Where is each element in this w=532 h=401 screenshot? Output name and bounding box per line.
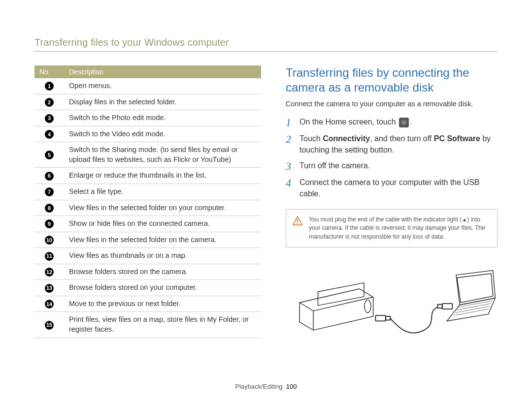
number-badge: 13: [45, 284, 54, 293]
number-badge: 8: [45, 204, 54, 213]
step-1-text-b: .: [410, 118, 412, 126]
page-footer: Playback/Editing 100: [0, 383, 532, 390]
warning-box: You must plug the end of the cable with …: [286, 209, 498, 247]
page-title: Transferring files to your Windows compu…: [34, 37, 498, 48]
table-row: 6Enlarge or reduce the thumbnails in the…: [34, 168, 261, 184]
row-number-cell: 3: [34, 110, 64, 126]
row-number-cell: 11: [34, 248, 64, 264]
th-no: No.: [34, 65, 64, 78]
number-badge: 7: [45, 187, 54, 196]
number-badge: 9: [45, 219, 54, 228]
number-badge: 11: [45, 252, 54, 261]
table-row: 13Browse folders stored on your computer…: [34, 280, 261, 296]
table-row: 1Open menus.: [34, 78, 261, 94]
row-description: Show or hide files on the connected came…: [64, 216, 261, 232]
row-description: Switch to the Photo edit mode.: [64, 110, 261, 126]
section-intro: Connect the camera to your computer as a…: [286, 100, 498, 108]
number-badge: 1: [45, 82, 54, 91]
row-number-cell: 5: [34, 142, 64, 168]
step-2-bold-1: Connectivity: [323, 134, 370, 143]
title-rule: [34, 51, 498, 52]
svg-line-19: [455, 307, 490, 313]
svg-rect-12: [318, 283, 364, 306]
number-badge: 5: [45, 151, 54, 159]
row-number-cell: 6: [34, 168, 64, 184]
row-number-cell: 12: [34, 264, 64, 280]
warning-icon: [292, 216, 303, 226]
row-description: Switch to the Video edit mode.: [64, 126, 261, 142]
row-description: View files in the selected folder on the…: [64, 232, 261, 248]
number-badge: 14: [45, 300, 54, 308]
row-description: Browse folders stored on your computer.: [64, 280, 261, 296]
svg-line-5: [402, 121, 403, 122]
row-number-cell: 4: [34, 126, 64, 142]
number-badge: 4: [45, 130, 54, 139]
table-row: 7Select a file type.: [34, 184, 261, 200]
table-row: 8View files in the selected folder on yo…: [34, 200, 261, 216]
step-4-text: Connect the camera to your computer with…: [299, 177, 498, 199]
number-badge: 12: [45, 268, 54, 277]
table-row: 5Switch to the Sharing mode. (to send fi…: [34, 142, 261, 168]
row-description: Browse folders stored on the camera.: [64, 264, 261, 280]
step-3-text: Turn off the camera.: [299, 160, 370, 172]
row-description: View files in the selected folder on you…: [64, 200, 261, 216]
number-badge: 10: [45, 236, 54, 245]
row-number-cell: 1: [34, 78, 64, 94]
row-number-cell: 14: [34, 296, 64, 312]
steps-list: On the Home screen, touch . Touch Connec…: [286, 117, 498, 199]
th-desc: Description: [64, 65, 261, 78]
row-description: Enlarge or reduce the thumbnails in the …: [64, 168, 261, 184]
connection-illustration: [286, 258, 498, 347]
row-number-cell: 15: [34, 312, 64, 338]
row-number-cell: 9: [34, 216, 64, 232]
section-heading: Transferring files by connecting the cam…: [286, 65, 498, 95]
indicator-triangle-icon: ▲: [462, 216, 467, 224]
svg-line-6: [405, 123, 406, 124]
svg-line-18: [454, 309, 488, 315]
table-row: 9Show or hide files on the connected cam…: [34, 216, 261, 232]
row-number-cell: 7: [34, 184, 64, 200]
step-1-text-a: On the Home screen, touch: [299, 118, 398, 126]
table-row: 3Switch to the Photo edit mode.: [34, 110, 261, 126]
svg-line-7: [402, 123, 403, 124]
description-table: No. Description 1Open menus.2Display fil…: [34, 65, 261, 338]
svg-point-0: [403, 122, 405, 123]
table-row: 15Print files, view files on a map, stor…: [34, 312, 261, 338]
svg-rect-16: [437, 305, 442, 308]
table-row: 4Switch to the Video edit mode.: [34, 126, 261, 142]
table-row: 2Display files in the selected folder.: [34, 94, 261, 110]
svg-rect-14: [375, 315, 386, 321]
row-number-cell: 10: [34, 232, 64, 248]
footer-page-number: 100: [286, 383, 297, 390]
number-badge: 3: [45, 114, 54, 123]
row-description: Select a file type.: [64, 184, 261, 200]
row-description: Switch to the Sharing mode. (to send fil…: [64, 142, 261, 168]
row-description: Print files, view files on a map, store …: [64, 312, 261, 338]
step-3: Turn off the camera.: [286, 160, 498, 172]
table-row: 14Move to the previous or next folder.: [34, 296, 261, 312]
step-4: Connect the camera to your computer with…: [286, 177, 498, 199]
table-row: 12Browse folders stored on the camera.: [34, 264, 261, 280]
step-1: On the Home screen, touch .: [286, 117, 498, 128]
row-description: Open menus.: [64, 78, 261, 94]
step-2-text-a: Touch: [299, 134, 323, 143]
svg-line-8: [405, 121, 406, 122]
table-row: 10View files in the selected folder on t…: [34, 232, 261, 248]
number-badge: 2: [45, 98, 54, 107]
step-2-bold-2: PC Software: [434, 134, 480, 143]
step-2: Touch Connectivity, and then turn off PC…: [286, 133, 498, 155]
svg-rect-15: [386, 316, 390, 320]
svg-point-11: [297, 223, 298, 224]
row-description: Display files in the selected folder.: [64, 94, 261, 110]
number-badge: 6: [45, 172, 54, 181]
footer-section: Playback/Editing: [235, 383, 282, 390]
row-description: Move to the previous or next folder.: [64, 296, 261, 312]
row-number-cell: 8: [34, 200, 64, 216]
step-2-text-c: , and then turn off: [370, 134, 434, 143]
settings-icon: [399, 118, 409, 127]
row-description: View files as thumbnails or on a map.: [64, 248, 261, 264]
table-row: 11View files as thumbnails or on a map.: [34, 248, 261, 264]
row-number-cell: 2: [34, 94, 64, 110]
row-number-cell: 13: [34, 280, 64, 296]
svg-rect-17: [442, 304, 453, 309]
